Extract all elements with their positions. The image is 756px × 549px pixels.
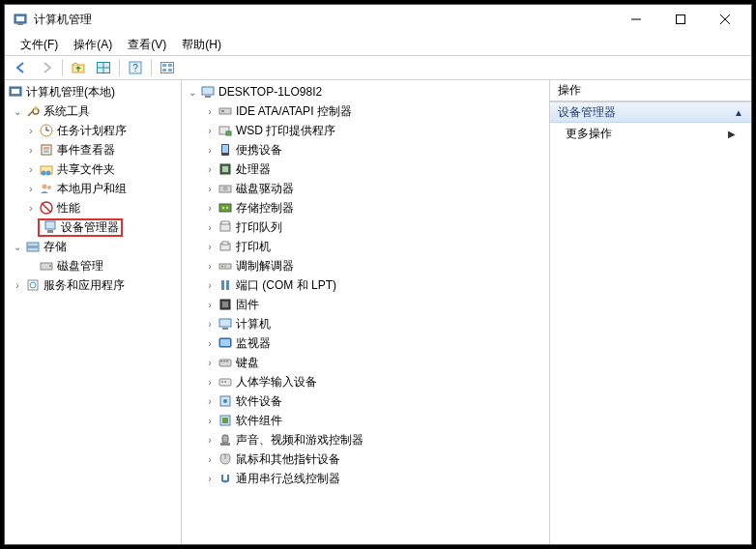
expand-icon[interactable]: ›	[203, 414, 217, 427]
device-category-icon	[218, 393, 233, 409]
expand-icon[interactable]: ›	[24, 143, 38, 157]
expand-icon[interactable]: ›	[203, 124, 217, 137]
tree-sharedfolders[interactable]: › 共享文件夹	[5, 159, 181, 179]
svg-rect-43	[202, 87, 214, 95]
view-mode-button[interactable]	[92, 57, 115, 78]
shared-folder-icon	[39, 161, 54, 177]
device-category[interactable]: ›IDE ATA/ATAPI 控制器	[182, 101, 549, 121]
svg-rect-52	[222, 166, 228, 172]
tree-perf[interactable]: › 性能	[5, 198, 181, 217]
tree-root[interactable]: 计算机管理(本地)	[5, 82, 181, 101]
expand-icon[interactable]: ›	[203, 336, 217, 350]
tree-diskmgmt[interactable]: 磁盘管理	[5, 256, 181, 275]
back-button[interactable]	[10, 57, 33, 78]
expand-icon[interactable]: ›	[203, 298, 217, 311]
device-category[interactable]: ›存储控制器	[182, 198, 549, 217]
tree-storage[interactable]: ⌄ 存储	[5, 237, 181, 256]
more-actions-item[interactable]: 更多操作 ▶	[550, 123, 751, 144]
svg-rect-17	[168, 69, 172, 72]
expand-icon[interactable]: ›	[24, 182, 38, 195]
menu-help[interactable]: 帮助(H)	[174, 35, 229, 55]
tree-systools[interactable]: ⌄ 系统工具	[5, 101, 181, 121]
menu-action[interactable]: 操作(A)	[66, 35, 120, 55]
device-category-icon	[218, 181, 233, 196]
device-category[interactable]: ›声音、视频和游戏控制器	[182, 430, 549, 449]
expand-icon[interactable]: ›	[203, 259, 217, 273]
device-category[interactable]: ›鼠标和其他指针设备	[182, 449, 549, 469]
device-category[interactable]: ›通用串行总线控制器	[182, 469, 549, 488]
left-tree-panel[interactable]: 计算机管理(本地) ⌄ 系统工具 › 任务计划程序 › 事件查看器	[5, 80, 182, 544]
expand-icon[interactable]: ›	[203, 278, 217, 292]
tree-devmgr[interactable]: 设备管理器	[5, 217, 181, 237]
tree-eventviewer[interactable]: › 事件查看器	[5, 140, 181, 159]
device-category[interactable]: ›键盘	[182, 353, 549, 372]
expand-icon[interactable]: ›	[203, 452, 217, 466]
device-category[interactable]: ›打印队列	[182, 217, 549, 237]
close-button[interactable]	[703, 5, 747, 34]
tree-tasksched[interactable]: › 任务计划程序	[5, 121, 181, 140]
device-category-icon	[218, 200, 233, 216]
actions-context-band[interactable]: 设备管理器 ▲	[550, 101, 751, 123]
expand-icon[interactable]: ›	[203, 317, 217, 331]
device-category[interactable]: ›计算机	[182, 314, 549, 333]
up-level-button[interactable]	[67, 57, 90, 78]
expand-icon[interactable]: ›	[24, 162, 38, 176]
expand-icon[interactable]: ›	[203, 433, 217, 447]
maximize-button[interactable]	[658, 5, 703, 34]
refresh-button[interactable]	[156, 57, 179, 78]
forward-button[interactable]	[35, 57, 58, 78]
services-icon	[25, 277, 41, 293]
device-tree-panel[interactable]: ⌄ DESKTOP-1LO98I2 ›IDE ATA/ATAPI 控制器›WSD…	[182, 80, 550, 544]
device-category[interactable]: ›固件	[182, 295, 549, 314]
device-category-label: 打印机	[236, 239, 271, 255]
expand-icon[interactable]: ›	[203, 162, 217, 176]
device-category[interactable]: ›WSD 打印提供程序	[182, 121, 549, 140]
collapse-icon[interactable]: ⌄	[11, 240, 24, 253]
expand-icon[interactable]: ›	[24, 201, 38, 215]
device-root[interactable]: ⌄ DESKTOP-1LO98I2	[182, 82, 549, 101]
help-button[interactable]: ?	[124, 57, 147, 78]
collapse-icon[interactable]: ⌄	[11, 104, 24, 118]
expand-icon[interactable]: ›	[203, 375, 217, 389]
minimize-button[interactable]	[614, 5, 658, 34]
tree-tasksched-label: 任务计划程序	[57, 123, 127, 139]
expand-icon[interactable]: ›	[203, 356, 217, 369]
device-category[interactable]: ›处理器	[182, 159, 549, 179]
expand-icon[interactable]: ›	[203, 104, 217, 118]
svg-rect-83	[222, 418, 228, 423]
expand-icon[interactable]: ›	[203, 201, 217, 215]
device-category[interactable]: ›人体学输入设备	[182, 372, 549, 391]
device-category-label: 键盘	[236, 355, 259, 371]
expand-icon[interactable]: ›	[203, 394, 217, 408]
device-category[interactable]: ›便携设备	[182, 140, 549, 159]
collapse-icon[interactable]: ⌄	[186, 85, 199, 99]
device-category[interactable]: ›监视器	[182, 333, 549, 353]
device-category[interactable]: ›磁盘驱动器	[182, 179, 549, 198]
expand-icon[interactable]: ›	[203, 220, 217, 234]
device-category[interactable]: ›端口 (COM 和 LPT)	[182, 275, 549, 295]
expand-icon[interactable]: ›	[203, 240, 217, 253]
svg-rect-35	[45, 221, 55, 229]
menu-view[interactable]: 查看(V)	[120, 35, 174, 55]
expand-icon[interactable]: ›	[24, 124, 38, 137]
device-category[interactable]: ›软件设备	[182, 391, 549, 411]
device-category[interactable]: ›打印机	[182, 237, 549, 256]
svg-rect-50	[222, 145, 228, 153]
device-category-icon	[218, 471, 233, 486]
svg-rect-4	[677, 15, 685, 24]
expand-icon[interactable]: ›	[11, 278, 24, 292]
storage-icon	[25, 239, 41, 254]
svg-rect-61	[222, 242, 228, 245]
expand-icon[interactable]: ›	[203, 472, 217, 485]
device-category[interactable]: ›调制解调器	[182, 256, 549, 275]
device-category[interactable]: ›软件组件	[182, 411, 549, 430]
titlebar: 计算机管理	[5, 5, 751, 34]
expand-icon[interactable]: ›	[203, 182, 217, 195]
tree-services[interactable]: › 服务和应用程序	[5, 275, 181, 295]
tree-localusers[interactable]: › 本地用户和组	[5, 179, 181, 198]
svg-rect-68	[222, 302, 228, 307]
expand-icon[interactable]: ›	[203, 143, 217, 157]
svg-rect-16	[162, 69, 166, 72]
svg-rect-46	[221, 110, 224, 112]
menu-file[interactable]: 文件(F)	[13, 35, 66, 55]
